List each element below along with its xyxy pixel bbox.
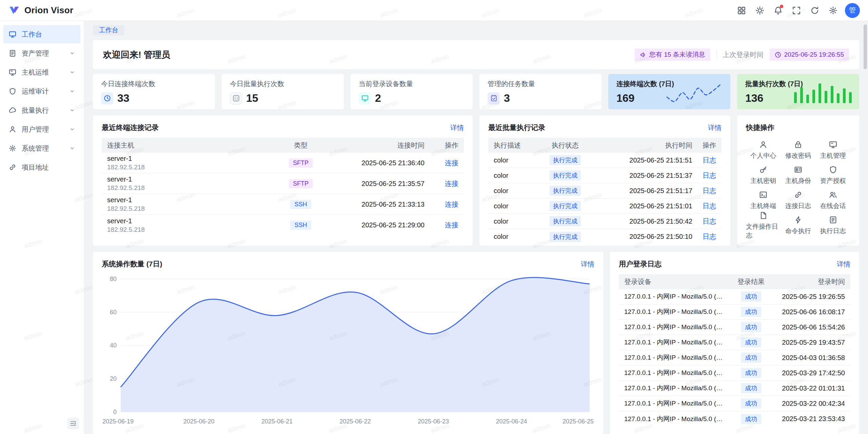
quick-actions-grid: 个人中心 修改密码 主机管理 主机密钥 [746,138,850,238]
sidebar-item-label: 批量执行 [22,106,49,115]
speaker-icon [640,52,646,58]
connect-link[interactable]: 连接 [445,180,458,187]
header-icon-button[interactable] [752,3,768,18]
quick-action[interactable]: 文件操作日志 [746,213,781,238]
connect-link[interactable]: 连接 [445,159,458,167]
unread-messages-badge[interactable]: 您有 15 条未读消息 [635,49,710,61]
svg-text:80: 80 [110,276,117,282]
connect-time: 2025-06-25 21:33:13 [326,201,425,208]
quick-action[interactable]: 命令执行 [781,213,816,238]
sidebar-item[interactable]: 运维审计 [3,82,80,100]
link-icon [9,164,16,171]
table-row: 127.0.0.1 - 内网IP - Mozilla/5.0 (Windows … [619,350,850,365]
exec-desc: color [494,202,536,210]
task-icon [488,92,500,105]
unread-messages-text: 您有 15 条未读消息 [649,50,705,59]
sidebar-item[interactable]: 系统管理 [3,139,80,157]
quick-action[interactable]: 连接日志 [781,188,816,213]
quick-action[interactable]: 在线会话 [815,188,850,213]
chart-detail-link[interactable]: 详情 [581,260,594,269]
recent-batch-executions-panel: 最近批量执行记录 详情 执行描述 执行状态 执行时间 操作 color 执行完成… [479,115,730,246]
sidebar-item[interactable]: 批量执行 [3,101,80,119]
host-cell: server-1 182.92.5.218 [107,175,275,192]
quick-action[interactable]: 主机身份 [781,163,816,188]
page-scrollbar-thumb[interactable] [864,24,867,69]
log-link[interactable]: 日志 [703,202,716,210]
sidebar-item[interactable]: 资产管理 [3,44,80,62]
sidebar-item-label: 资产管理 [22,49,49,58]
quick-action-label: 主机密钥 [750,176,776,185]
quick-action[interactable]: 个人中心 [746,138,781,163]
exec-time: 2025-06-25 21:50:10 [594,233,692,241]
sidebar-item[interactable]: 项目地址 [3,158,80,176]
quick-action[interactable]: 主机密钥 [746,163,781,188]
login-detail-link[interactable]: 详情 [837,260,850,269]
host-ip: 182.92.5.218 [107,226,275,234]
login-result-badge: 成功 [741,353,761,363]
host-name: server-1 [107,217,275,225]
log-link[interactable]: 日志 [703,156,716,164]
user-login-logs-panel: 用户登录日志 详情 登录设备 登录结果 登录时间 127.0.0.1 - 内网I… [610,252,859,434]
sidebar-item[interactable]: 主机运维 [3,63,80,81]
stat-value: 3 [504,92,510,105]
table-row: server-1 182.92.5.218 SSH 2025-06-25 21:… [102,194,464,215]
sidebar: 工作台 资产管理 主机运维 [0,21,84,434]
monitor-icon [9,31,16,38]
stat-card-managed-tasks: 管理的任务数量 3 [479,74,601,109]
svg-text:0: 0 [113,409,117,415]
panel-title: 快捷操作 [746,123,774,132]
sidebar-collapse-button[interactable] [67,418,79,429]
header-icon-button[interactable] [807,3,823,18]
header-icon-button[interactable] [789,3,804,18]
terminal-detail-link[interactable]: 详情 [450,123,464,132]
log-link[interactable]: 日志 [703,218,716,225]
exec-status-badge: 执行完成 [550,155,581,165]
header-icon-button[interactable] [825,3,841,18]
log-link[interactable]: 日志 [703,233,716,240]
header-icon-button[interactable] [734,3,749,18]
connect-link[interactable]: 连接 [445,201,458,208]
panel-title: 系统操作数量 (7日) [102,259,162,269]
welcome-right: 您有 15 条未读消息 上次登录时间 2025-06-25 19:26:55 [635,49,849,61]
login-device: 127.0.0.1 - 内网IP - Mozilla/5.0 (Windows … [624,338,729,347]
login-result-badge: 成功 [741,337,761,347]
batch-detail-link[interactable]: 详情 [708,123,722,132]
col-connect-time: 连接时间 [326,141,425,150]
login-time: 2025-05-29 19:43:57 [773,339,845,346]
exec-time: 2025-06-25 21:51:01 [594,202,692,210]
col-login-time: 登录时间 [773,277,845,286]
svg-text:2025-06-20: 2025-06-20 [183,418,214,425]
apps-icon [737,6,746,15]
quick-action[interactable]: 执行日志 [815,213,850,238]
table-row: server-1 182.92.5.218 SSH 2025-06-25 21:… [102,215,464,235]
quick-action[interactable]: 主机终端 [746,188,781,213]
terminal-table-body: server-1 182.92.5.218 SFTP 2025-06-25 21… [102,153,464,235]
stat-label: 管理的任务数量 [488,79,593,89]
quick-action-label: 修改密码 [785,151,811,160]
quick-action[interactable]: 修改密码 [781,138,816,163]
quick-action[interactable]: 资产授权 [815,163,850,188]
stat-card-terminal-connections-7d: 连接终端次数 (7日) 169 [608,74,730,109]
header-icon-button[interactable] [770,3,786,18]
svg-text:2025-06-24: 2025-06-24 [496,418,527,425]
quick-action[interactable]: 主机管理 [815,138,850,163]
top-header: Orion Visor [0,0,868,21]
quick-action-label: 主机身份 [785,176,811,185]
user-avatar[interactable]: 管 [845,3,860,18]
log-link[interactable]: 日志 [703,187,716,194]
login-time: 2025-06-06 15:54:26 [773,323,845,331]
sidebar-item[interactable]: 工作台 [3,25,80,43]
log-link[interactable]: 日志 [703,172,716,179]
table-row: 127.0.0.1 - 内网IP - Mozilla/5.0 (Windows … [619,396,850,411]
user-icon [759,140,767,149]
table-row: 127.0.0.1 - 内网IP - Mozilla/5.0 (Windows … [619,304,850,320]
sidebar-item[interactable]: 用户管理 [3,120,80,138]
exec-time: 2025-06-25 21:51:51 [594,156,692,164]
breadcrumb[interactable]: 工作台 [93,25,124,35]
login-time: 2025-03-22 01:01:31 [773,384,845,392]
quick-action-label: 资产授权 [820,176,846,185]
svg-text:20: 20 [110,375,117,382]
protocol-tag: SSH [290,200,311,209]
table-row: 127.0.0.1 - 内网IP - Mozilla/5.0 (Windows … [619,381,850,396]
connect-link[interactable]: 连接 [445,221,458,229]
